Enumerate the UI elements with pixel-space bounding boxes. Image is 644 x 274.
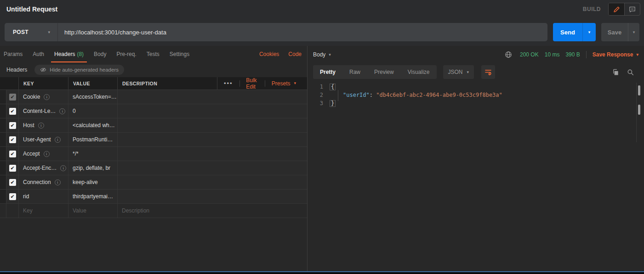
drag-handle[interactable] — [0, 161, 6, 175]
info-icon[interactable] — [44, 151, 50, 157]
presets-dropdown[interactable]: Presets — [265, 80, 302, 87]
header-description[interactable] — [117, 90, 307, 104]
open-brace-fold[interactable]: { — [330, 84, 336, 90]
header-description[interactable] — [117, 118, 307, 132]
tab-prerequest[interactable]: Pre-req. — [111, 46, 141, 62]
comments-mode-button[interactable] — [624, 3, 640, 15]
send-button[interactable]: Send — [553, 23, 582, 41]
drag-handle[interactable] — [0, 175, 6, 189]
row-checkbox[interactable] — [9, 122, 16, 129]
edit-mode-button[interactable] — [609, 3, 624, 15]
format-dropdown[interactable]: JSON — [443, 65, 474, 79]
code-link[interactable]: Code — [288, 51, 302, 57]
more-options-icon[interactable] — [217, 80, 239, 87]
drag-handle[interactable] — [0, 147, 6, 161]
info-icon[interactable] — [59, 108, 65, 114]
headers-count-badge: (8) — [77, 51, 84, 57]
tab-auth[interactable]: Auth — [28, 46, 49, 62]
hide-autogenerated-toggle[interactable]: Hide auto-generated headers — [34, 65, 124, 75]
header-description[interactable] — [117, 104, 307, 118]
description-input[interactable]: Description — [117, 204, 307, 218]
copy-icon[interactable] — [610, 67, 621, 78]
tab-headers[interactable]: Headers (8) — [49, 46, 89, 62]
info-icon[interactable] — [60, 165, 66, 171]
save-button[interactable]: Save — [601, 23, 628, 41]
row-checkbox[interactable] — [9, 94, 16, 101]
method-dropdown[interactable]: POST — [5, 23, 58, 41]
tab-body[interactable]: Body — [89, 46, 111, 62]
drag-handle[interactable] — [0, 118, 6, 132]
tab-raw[interactable]: Raw — [342, 65, 367, 79]
save-response-dropdown[interactable]: Save Response — [593, 51, 638, 58]
response-body-dropdown[interactable]: Body — [313, 51, 331, 58]
table-row: Accept-Enc… gzip, deflate, br — [0, 161, 307, 175]
tab-params[interactable]: Params — [0, 46, 28, 62]
row-checkbox[interactable] — [9, 151, 16, 157]
drag-handle[interactable] — [0, 90, 6, 104]
response-size[interactable]: 390 B — [565, 51, 580, 58]
tab-pretty[interactable]: Pretty — [313, 65, 342, 79]
scrollbar-track — [636, 83, 637, 142]
comment-icon — [629, 6, 636, 13]
header-value: sAccessToken=… — [73, 94, 117, 100]
value-input[interactable]: Value — [68, 204, 117, 218]
drag-handle[interactable] — [0, 190, 6, 203]
headers-subheader: Headers Hide auto-generated headers — [0, 63, 307, 76]
tab-tests[interactable]: Tests — [142, 46, 165, 62]
header-key: Content-Le… — [23, 108, 56, 114]
row-checkbox[interactable] — [9, 108, 16, 115]
word-wrap-button[interactable] — [481, 65, 495, 79]
close-brace-fold[interactable]: } — [330, 100, 336, 107]
header-key: Host — [23, 122, 34, 129]
header-value: <calculated wh… — [73, 122, 115, 129]
key-input[interactable]: Key — [18, 204, 68, 218]
tab-preview[interactable]: Preview — [367, 65, 401, 79]
row-checkbox[interactable] — [9, 165, 16, 172]
drag-handle[interactable] — [0, 133, 6, 146]
word-wrap-icon — [484, 68, 492, 76]
response-body-viewer[interactable]: 1 { 2 "userId": "db4c6ebf-abc2-4964-abe9… — [308, 83, 633, 107]
view-tab-group: Pretty Raw Preview Visualize — [313, 65, 437, 79]
info-icon[interactable] — [44, 94, 50, 100]
status-badge[interactable]: 200 OK — [520, 51, 539, 58]
info-icon[interactable] — [38, 123, 44, 129]
request-title: Untitled Request — [6, 6, 57, 13]
row-checkbox[interactable] — [9, 193, 16, 200]
header-key: User-Agent — [23, 136, 51, 143]
tab-visualize[interactable]: Visualize — [401, 65, 437, 79]
response-time[interactable]: 10 ms — [545, 51, 560, 58]
request-tabs: Params Auth Headers (8) Body Pre-req. Te… — [0, 46, 307, 62]
code-line: 3 } — [308, 99, 633, 107]
response-meta: 200 OK 10 ms 390 B Save Response — [503, 49, 638, 60]
column-header-description: DESCRIPTION — [117, 77, 217, 89]
info-icon[interactable] — [55, 179, 61, 185]
header-description[interactable] — [117, 190, 307, 203]
info-icon[interactable] — [55, 137, 61, 143]
bottom-edge — [0, 272, 644, 274]
header-description[interactable] — [117, 133, 307, 146]
header-description[interactable] — [117, 147, 307, 161]
header-description[interactable] — [117, 161, 307, 175]
response-panel: Body 200 OK 10 ms 390 B Save Response Pr… — [308, 46, 644, 272]
request-editor-panel: Params Auth Headers (8) Body Pre-req. Te… — [0, 46, 307, 272]
save-options-button[interactable] — [628, 23, 639, 41]
header-value: keep-alive — [73, 179, 98, 185]
indent-guide — [338, 90, 338, 101]
header-description[interactable] — [117, 175, 307, 189]
header-key: Accept-Enc… — [23, 165, 57, 171]
chevron-down-icon — [636, 53, 638, 57]
cookies-link[interactable]: Cookies — [259, 51, 279, 57]
network-globe-icon[interactable] — [503, 49, 514, 60]
drag-handle[interactable] — [0, 104, 6, 118]
bulk-edit-button[interactable]: Bulk Edit — [239, 77, 265, 90]
tab-settings[interactable]: Settings — [165, 46, 194, 62]
headers-table: KEY VALUE DESCRIPTION Bulk Edit Presets — [0, 77, 307, 218]
row-checkbox[interactable] — [9, 136, 16, 143]
send-options-button[interactable] — [582, 23, 596, 41]
scrollbar-thumb[interactable] — [638, 85, 640, 95]
url-input[interactable]: http://localhost:3001/change-user-data — [58, 29, 166, 36]
url-group: POST http://localhost:3001/change-user-d… — [5, 23, 547, 41]
search-icon[interactable] — [625, 67, 636, 78]
scrollbar-thumb[interactable] — [638, 105, 640, 115]
row-checkbox[interactable] — [9, 179, 16, 186]
